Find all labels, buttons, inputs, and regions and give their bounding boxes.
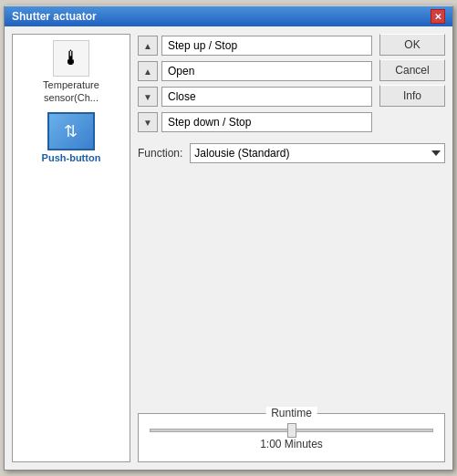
open-label: Open (161, 61, 372, 81)
content-area: 🌡 Temperature sensor(Ch... ⇅ Push-button… (5, 26, 452, 470)
slider-container (150, 429, 433, 432)
close-button[interactable]: ✕ (431, 9, 445, 24)
window-title: Shutter actuator (12, 10, 431, 23)
function-select[interactable]: Jalousie (Standard) Roller shutter Blind (190, 143, 445, 163)
function-row: Function: Jalousie (Standard) Roller shu… (138, 143, 445, 163)
close-label: Close (161, 87, 372, 107)
right-panel: ▲ Step up / Stop ▲ Open ▼ Close (138, 34, 445, 462)
main-window: Shutter actuator ✕ 🌡 Temperature sensor(… (4, 5, 453, 471)
temperature-sensor-label: Temperature sensor(Ch... (35, 78, 108, 105)
step-down-stop-arrow[interactable]: ▼ (138, 112, 158, 132)
function-label: Function: (138, 147, 182, 160)
runtime-value: 1:00 Minutes (150, 438, 433, 450)
step-up-stop-label: Step up / Stop (161, 36, 372, 56)
top-section: ▲ Step up / Stop ▲ Open ▼ Close (138, 34, 445, 134)
info-button[interactable]: Info (379, 85, 445, 107)
step-up-stop-arrow[interactable]: ▲ (138, 36, 158, 56)
temperature-sensor-item: 🌡 Temperature sensor(Ch... (35, 40, 108, 105)
step-up-stop-row: ▲ Step up / Stop (138, 34, 372, 57)
step-down-stop-row: ▼ Step down / Stop (138, 110, 372, 134)
step-down-stop-label: Step down / Stop (161, 112, 372, 132)
action-buttons-group: ▲ Step up / Stop ▲ Open ▼ Close (138, 34, 372, 134)
push-button-icon[interactable]: ⇅ (47, 112, 95, 150)
cancel-button[interactable]: Cancel (379, 59, 445, 81)
temperature-sensor-icon: 🌡 (53, 40, 89, 77)
title-bar: Shutter actuator ✕ (5, 6, 452, 26)
slider-track (150, 429, 433, 432)
ok-button[interactable]: OK (379, 34, 445, 56)
push-button-label: Push-button (42, 152, 101, 163)
open-row: ▲ Open (138, 59, 372, 83)
close-arrow[interactable]: ▼ (138, 87, 158, 107)
close-row: ▼ Close (138, 85, 372, 109)
open-arrow[interactable]: ▲ (138, 61, 158, 81)
left-panel: 🌡 Temperature sensor(Ch... ⇅ Push-button (12, 34, 130, 462)
runtime-box: Runtime 1:00 Minutes (138, 413, 445, 462)
side-buttons: OK Cancel Info (379, 34, 445, 134)
push-button-item[interactable]: ⇅ Push-button (42, 112, 101, 163)
